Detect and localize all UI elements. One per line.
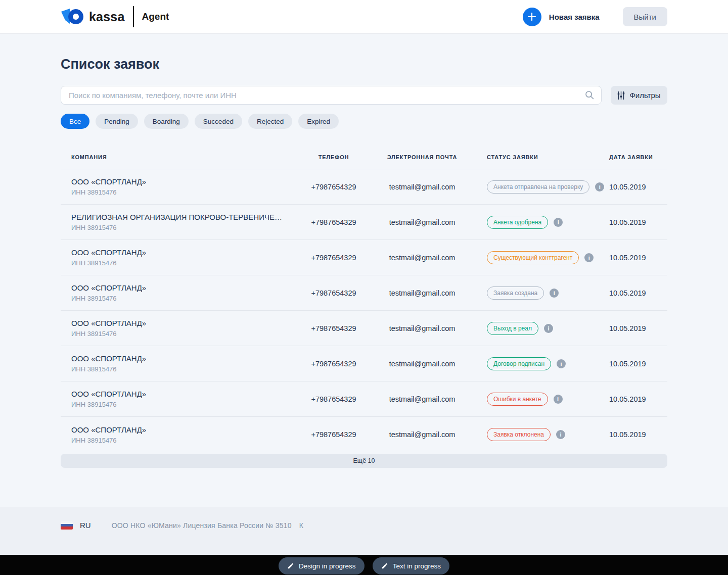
date-value: 10.05.2019 [609, 360, 667, 368]
text-progress-label: Text in progress [393, 562, 441, 570]
company-name: РЕЛИГИОЗНАЯ ОРГАНИЗАЦИЯ ПОКРОВО-ТЕРВЕНИЧ… [71, 213, 298, 221]
info-icon[interactable] [557, 359, 566, 368]
search-input[interactable] [61, 86, 602, 105]
company-name: ООО «СПОРТЛАНД» [71, 390, 298, 398]
company-inn: ИНН 38915476 [71, 437, 298, 444]
status-badge: Заявка отклонена [487, 428, 551, 441]
column-email: ЭЛЕКТРОННАЯ ПОЧТА [369, 154, 475, 160]
date-value: 10.05.2019 [609, 324, 667, 332]
main-content: Список заявок Фильтры [61, 34, 667, 468]
brand-name: kassa [89, 10, 125, 24]
email-value: testmail@gmail.com [369, 395, 475, 403]
app-root: kassa Agent Новая заявка Выйти Список за… [0, 0, 728, 575]
table-row[interactable]: ООО «СПОРТЛАНД» ИНН 38915476 +7987654329… [61, 381, 667, 417]
company-name: ООО «СПОРТЛАНД» [71, 319, 298, 327]
phone-value: +7987654329 [298, 183, 369, 191]
new-request-button[interactable]: Новая заявка [523, 8, 600, 26]
table-header: КОМПАНИЯ ТЕЛЕФОН ЭЛЕКТРОННАЯ ПОЧТА СТАТУ… [61, 145, 667, 169]
load-more-button[interactable]: Ещё 10 [61, 454, 667, 468]
status-badge: Существующий конттрагент [487, 251, 579, 264]
info-icon[interactable] [544, 324, 553, 333]
design-progress-badge: Design in progress [279, 557, 365, 574]
info-icon[interactable] [584, 253, 594, 262]
company-name: ООО «СПОРТЛАНД» [71, 425, 298, 434]
company-inn: ИНН 38915476 [71, 401, 298, 408]
phone-value: +7987654329 [298, 395, 369, 403]
yookassa-logo-icon [61, 7, 84, 26]
status-badge: Заявка создана [487, 286, 544, 300]
design-progress-label: Design in progress [299, 562, 356, 570]
table-row[interactable]: ООО «СПОРТЛАНД» ИНН 38915476 +7987654329… [61, 417, 667, 452]
phone-value: +7987654329 [298, 324, 369, 332]
table-row[interactable]: ООО «СПОРТЛАНД» ИНН 38915476 +7987654329… [61, 169, 667, 205]
language-label: RU [80, 521, 91, 530]
email-value: testmail@gmail.com [369, 254, 475, 262]
plus-icon [523, 8, 541, 26]
email-value: testmail@gmail.com [369, 360, 475, 368]
status-badge: Выход в реал [487, 322, 538, 335]
date-value: 10.05.2019 [609, 395, 667, 403]
logout-button[interactable]: Выйти [623, 7, 667, 26]
dev-progress-bar: Design in progress Text in progress [0, 555, 728, 575]
email-value: testmail@gmail.com [369, 218, 475, 226]
table-body: ООО «СПОРТЛАНД» ИНН 38915476 +7987654329… [61, 169, 667, 452]
new-request-label: Новая заявка [549, 13, 600, 21]
page-title: Список заявок [61, 34, 667, 72]
sliders-icon [617, 91, 625, 100]
phone-value: +7987654329 [298, 218, 369, 226]
info-icon[interactable] [595, 182, 604, 191]
pencil-icon [287, 562, 294, 569]
table-row[interactable]: ООО «СПОРТЛАНД» ИНН 38915476 +7987654329… [61, 275, 667, 311]
phone-value: +7987654329 [298, 289, 369, 297]
filter-chip[interactable]: Rejected [248, 114, 292, 129]
russia-flag-icon [61, 521, 73, 530]
info-icon[interactable] [550, 289, 559, 298]
column-date: ДАТА ЗАЯВКИ [609, 154, 667, 160]
requests-table: КОМПАНИЯ ТЕЛЕФОН ЭЛЕКТРОННАЯ ПОЧТА СТАТУ… [61, 145, 667, 452]
brand-divider [133, 6, 134, 27]
search-icon[interactable] [584, 90, 595, 102]
table-row[interactable]: ООО «СПОРТЛАНД» ИНН 38915476 +7987654329… [61, 346, 667, 381]
table-row[interactable]: ООО «СПОРТЛАНД» ИНН 38915476 +7987654329… [61, 240, 667, 275]
pencil-icon [381, 562, 388, 569]
company-name: ООО «СПОРТЛАНД» [71, 248, 298, 257]
filter-chips: ВсеPendingBoardingSuccededRejectedExpire… [61, 114, 667, 129]
column-company: КОМПАНИЯ [61, 154, 298, 160]
phone-value: +7987654329 [298, 430, 369, 439]
filter-chip[interactable]: Succeded [195, 114, 242, 129]
date-value: 10.05.2019 [609, 430, 667, 439]
date-value: 10.05.2019 [609, 289, 667, 297]
filter-chip[interactable]: Все [61, 114, 89, 129]
table-row[interactable]: РЕЛИГИОЗНАЯ ОРГАНИЗАЦИЯ ПОКРОВО-ТЕРВЕНИЧ… [61, 205, 667, 240]
license-text: ООО НКО «ЮМани» Лицензия Банка России № … [112, 521, 292, 530]
footer: RU ООО НКО «ЮМани» Лицензия Банка России… [0, 507, 728, 555]
company-inn: ИНН 38915476 [71, 224, 298, 231]
info-icon[interactable] [554, 218, 563, 227]
company-inn: ИНН 38915476 [71, 295, 298, 302]
filter-chip[interactable]: Expired [298, 114, 339, 129]
license-suffix: К [299, 521, 303, 530]
status-badge: Анкета одобрена [487, 216, 548, 229]
company-inn: ИНН 38915476 [71, 330, 298, 338]
date-value: 10.05.2019 [609, 254, 667, 262]
info-icon[interactable] [556, 430, 565, 439]
info-icon[interactable] [554, 395, 563, 404]
language-switcher[interactable]: RU [61, 521, 91, 530]
column-phone: ТЕЛЕФОН [298, 154, 369, 160]
column-status: СТАТУС ЗАЯВКИ [475, 154, 609, 160]
phone-value: +7987654329 [298, 254, 369, 262]
filters-button[interactable]: Фильтры [611, 86, 667, 105]
filter-chip[interactable]: Pending [96, 114, 138, 129]
filter-chip[interactable]: Boarding [144, 114, 189, 129]
phone-value: +7987654329 [298, 360, 369, 368]
top-bar: kassa Agent Новая заявка Выйти [0, 0, 728, 34]
status-badge: Анкета отправлена на проверку [487, 180, 589, 194]
email-value: testmail@gmail.com [369, 289, 475, 297]
table-row[interactable]: ООО «СПОРТЛАНД» ИНН 38915476 +7987654329… [61, 311, 667, 346]
company-name: ООО «СПОРТЛАНД» [71, 354, 298, 363]
brand-logo[interactable]: kassa Agent [61, 6, 169, 27]
company-name: ООО «СПОРТЛАНД» [71, 283, 298, 292]
date-value: 10.05.2019 [609, 183, 667, 191]
text-progress-badge: Text in progress [373, 557, 449, 574]
company-inn: ИНН 38915476 [71, 259, 298, 267]
